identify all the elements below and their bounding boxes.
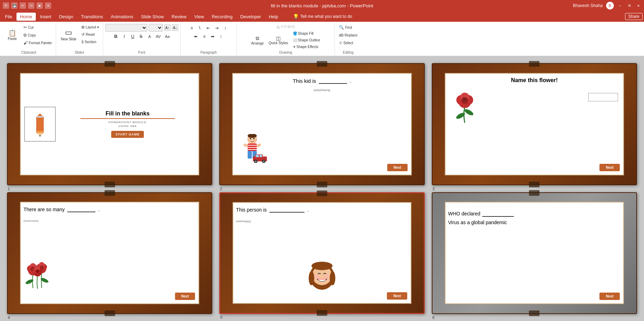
slide6-content: WHO declared Virus as a global pandemic bbox=[448, 209, 621, 227]
next-button-6[interactable]: Next bbox=[599, 293, 620, 300]
align-left-button[interactable]: ⬅ bbox=[192, 33, 200, 40]
slide-thumb-1[interactable]: Fill in the blanks POWERPOINT MODULEUSIN… bbox=[7, 63, 212, 185]
cut-button[interactable]: ✂ Cut bbox=[22, 24, 54, 31]
slide4-question: There are so many . bbox=[24, 207, 196, 212]
change-case-button[interactable]: Aa bbox=[163, 33, 171, 40]
next-button-3[interactable]: Next bbox=[599, 164, 620, 171]
align-center-button[interactable]: ≡ bbox=[200, 33, 208, 40]
tape-top-4 bbox=[105, 190, 115, 196]
menu-help[interactable]: Help bbox=[265, 13, 282, 21]
minimize-btn[interactable]: ─ bbox=[617, 3, 623, 8]
present-icon[interactable]: ▶ bbox=[36, 2, 43, 9]
find-button[interactable]: 🔍 Find bbox=[337, 24, 359, 31]
font-size-select[interactable] bbox=[149, 24, 163, 32]
user-avatar: B bbox=[606, 2, 614, 9]
pencil-svg bbox=[31, 112, 49, 136]
italic-button[interactable]: I bbox=[120, 33, 128, 40]
ribbon-font-group: A↑ A↓ B I U S̶ A AV Aa Font bbox=[103, 23, 181, 56]
reset-button[interactable]: ↺ Reset bbox=[80, 31, 101, 38]
underline-button[interactable]: U bbox=[129, 33, 136, 40]
layout-button[interactable]: ⊞ Layout ▾ bbox=[80, 24, 101, 31]
slide-thumb-2[interactable]: This kid is . (play/playing) bbox=[219, 63, 424, 185]
slide5-blank bbox=[269, 212, 304, 213]
increase-indent-button[interactable]: ⇥ bbox=[213, 25, 221, 32]
arrange-icon: ⧉ bbox=[256, 35, 259, 41]
shape-effects-button[interactable]: ✦ Shape Effects bbox=[291, 44, 322, 50]
save-icon[interactable]: 💾 bbox=[11, 2, 18, 9]
slide-thumb-5[interactable]: This person is . (sad/happy) bbox=[219, 192, 424, 314]
slide-thumb-4[interactable]: There are so many . (rose/roses) bbox=[7, 192, 212, 314]
shape-outline-button[interactable]: ⬜ Shape Outline bbox=[291, 37, 322, 43]
arrange-button[interactable]: ⧉ Arrange bbox=[249, 34, 266, 46]
close-btn[interactable]: ✕ bbox=[636, 3, 641, 8]
font-family-select[interactable] bbox=[105, 24, 147, 32]
new-slide-button[interactable]: ▭ New Slide bbox=[58, 26, 79, 43]
menu-insert[interactable]: Insert bbox=[36, 13, 55, 21]
menu-animations[interactable]: Animations bbox=[107, 13, 137, 21]
bullets-button[interactable]: ≡ bbox=[188, 25, 195, 32]
select-button[interactable]: ⊹ Select bbox=[337, 39, 359, 46]
next-button-2[interactable]: Next bbox=[387, 164, 408, 171]
slide5-question: This person is . bbox=[236, 207, 408, 213]
copy-label: Copy bbox=[28, 33, 36, 37]
shadow-button[interactable]: A bbox=[146, 33, 153, 40]
copy-button[interactable]: ⧉ Copy bbox=[22, 32, 54, 39]
start-game-button[interactable]: START GAME bbox=[111, 131, 144, 138]
clipboard-right: ✂ Cut ⧉ Copy 🖌 Format Painter bbox=[22, 24, 54, 46]
slide4-blank bbox=[67, 212, 95, 212]
menu-review[interactable]: Review bbox=[168, 13, 190, 21]
svg-point-7 bbox=[250, 138, 251, 139]
menu-design[interactable]: Design bbox=[55, 13, 76, 21]
char-spacing-button[interactable]: AV bbox=[154, 33, 162, 40]
title-bar: P 💾 ↩ ↪ ▶ ▾ fill in the blanks module - … bbox=[0, 0, 644, 11]
line-spacing-button[interactable]: ↕ bbox=[221, 25, 229, 32]
paste-button[interactable]: 📋 Paste bbox=[4, 28, 21, 42]
share-button[interactable]: Share bbox=[625, 13, 643, 20]
font-size-decrease-button[interactable]: A↓ bbox=[172, 25, 178, 31]
slide6-text-who: WHO declared bbox=[448, 209, 481, 218]
menu-recording[interactable]: Recording bbox=[208, 13, 236, 21]
next-button-5[interactable]: Next bbox=[387, 292, 407, 300]
slide1-text-area: Fill in the blanks POWERPOINT MODULEUSIN… bbox=[60, 111, 195, 138]
justify-button[interactable]: ⫶ bbox=[217, 33, 225, 40]
numbering-button[interactable]: ⒈ bbox=[196, 24, 204, 32]
shape-fill-label: Shape Fill bbox=[298, 32, 313, 35]
slide-thumb-6[interactable]: WHO declared Virus as a global pandemic … bbox=[432, 192, 637, 314]
menu-developer[interactable]: Developer bbox=[237, 13, 264, 21]
slide-inner-1: Fill in the blanks POWERPOINT MODULEUSIN… bbox=[20, 73, 200, 175]
replace-button[interactable]: ab Replace bbox=[337, 32, 359, 39]
bold-button[interactable]: B bbox=[112, 33, 120, 40]
section-button[interactable]: § Section bbox=[80, 39, 101, 45]
strikethrough-button[interactable]: S̶ bbox=[137, 33, 145, 40]
menu-home[interactable]: Home bbox=[16, 13, 36, 21]
menu-view[interactable]: View bbox=[191, 13, 208, 21]
quick-styles-button[interactable]: ◫ Quick Styles bbox=[267, 34, 290, 46]
tell-me-box[interactable]: 💡 Tell me what you want to do bbox=[293, 14, 352, 19]
menu-transitions[interactable]: Transitions bbox=[78, 13, 107, 21]
tape-top-2 bbox=[317, 61, 327, 67]
flower-input-box[interactable] bbox=[588, 93, 618, 101]
slide5-text-before: This person is bbox=[236, 207, 267, 213]
roses-figure-4 bbox=[24, 256, 59, 291]
shapes-placeholder: △ ○ □ ◇ ⬭ bbox=[276, 24, 296, 29]
drawing-buttons-row: ⧉ Arrange ◫ Quick Styles 🪣 Shape Fill ⬜ … bbox=[249, 31, 322, 50]
reset-icon: ↺ bbox=[81, 32, 85, 37]
restore-btn[interactable]: ⧉ bbox=[626, 3, 632, 8]
svg-point-53 bbox=[325, 275, 329, 279]
font-size-increase-button[interactable]: A↑ bbox=[164, 25, 170, 31]
customize-icon[interactable]: ▾ bbox=[45, 2, 51, 9]
format-painter-button[interactable]: 🖌 Format Painter bbox=[22, 39, 54, 46]
slide4-text-before: There are so many bbox=[24, 207, 65, 212]
find-label: Find bbox=[345, 26, 352, 29]
redo-icon[interactable]: ↪ bbox=[28, 2, 34, 9]
slide-thumb-3[interactable]: Name this flower! bbox=[432, 63, 637, 185]
decrease-indent-button[interactable]: ⇤ bbox=[204, 25, 212, 32]
shape-fill-button[interactable]: 🪣 Shape Fill bbox=[291, 31, 322, 36]
window-title: fill in the blanks module - pptvba.com -… bbox=[271, 3, 373, 8]
undo-icon[interactable]: ↩ bbox=[20, 2, 26, 9]
shape-outline-label: Shape Outline bbox=[298, 38, 320, 42]
align-right-button[interactable]: ➡ bbox=[209, 33, 216, 40]
menu-slideshow[interactable]: Slide Show bbox=[137, 13, 167, 21]
menu-file[interactable]: File bbox=[1, 13, 16, 21]
next-button-4[interactable]: Next bbox=[175, 293, 195, 300]
